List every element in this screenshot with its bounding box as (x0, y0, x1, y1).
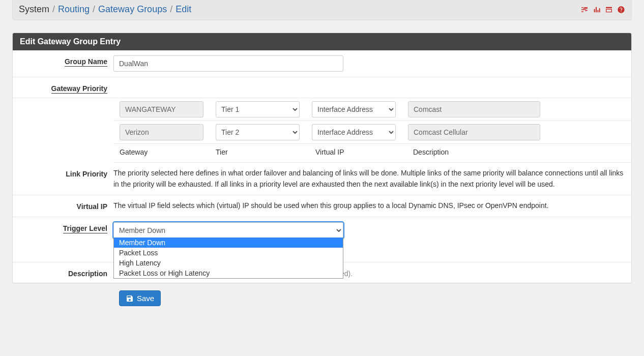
col-header-gateway: Gateway (120, 148, 216, 156)
help-link-priority: The priority selected here defines in wh… (113, 168, 625, 190)
gateway-priority-body: Tier 1 Interface Address (13, 98, 631, 163)
row-virtual-ip: Virtual IP The virtual IP field selects … (13, 195, 631, 217)
col-header-description: Description (413, 148, 625, 156)
col-header-tier: Tier (216, 148, 315, 156)
edit-gateway-group-panel: Edit Gateway Group Entry Group Name Gate… (12, 33, 632, 283)
top-action-icons (580, 6, 625, 14)
breadcrumb-routing[interactable]: Routing (58, 4, 90, 15)
trigger-level-select[interactable]: Member Down (113, 222, 343, 239)
label-trigger-level: Trigger Level (63, 224, 107, 233)
row-link-priority: Link Priority The priority selected here… (13, 163, 631, 195)
panel-title: Edit Gateway Group Entry (13, 33, 631, 50)
label-description: Description (68, 270, 107, 278)
label-virtual-ip: Virtual IP (77, 202, 107, 211)
help-icon[interactable] (617, 6, 625, 14)
row-group-name: Group Name (13, 50, 631, 77)
gateway-description-field (408, 101, 540, 117)
group-name-input[interactable] (113, 55, 343, 72)
tier-select[interactable]: Tier 1 (216, 101, 300, 117)
breadcrumb: System / Routing / Gateway Groups / Edit (19, 4, 191, 15)
row-trigger-level: Trigger Level Member Down Member Down Pa… (13, 217, 631, 262)
gateway-row: Tier 2 Interface Address (113, 121, 631, 144)
breadcrumb-bar: System / Routing / Gateway Groups / Edit (12, 0, 632, 20)
help-virtual-ip: The virtual IP field selects which (virt… (113, 200, 625, 212)
virtual-ip-select[interactable]: Interface Address (312, 101, 396, 117)
trigger-level-select-wrap: Member Down Member Down Packet Loss High… (113, 222, 343, 239)
breadcrumb-gateway-groups[interactable]: Gateway Groups (98, 4, 167, 15)
breadcrumb-edit[interactable]: Edit (175, 4, 191, 15)
trigger-option-high-latency[interactable]: High Latency (114, 258, 343, 268)
virtual-ip-select[interactable]: Interface Address (312, 124, 396, 140)
label-gateway-priority: Gateway Priority (51, 84, 108, 94)
breadcrumb-separator: / (52, 4, 55, 15)
label-link-priority: Link Priority (66, 170, 107, 178)
col-header-virtual-ip: Virtual IP (315, 148, 413, 156)
trigger-level-dropdown: Member Down Packet Loss High Latency Pac… (113, 238, 343, 279)
trigger-option-member-down[interactable]: Member Down (114, 238, 343, 248)
gateway-name-field (120, 124, 203, 140)
gateway-description-field (408, 124, 540, 140)
row-gateway-priority-label: Gateway Priority (13, 77, 631, 98)
sliders-icon[interactable] (580, 6, 589, 14)
save-button[interactable]: Save (119, 290, 161, 306)
trigger-option-packet-loss[interactable]: Packet Loss (114, 248, 343, 258)
gateway-row: Tier 1 Interface Address (113, 98, 631, 121)
label-group-name: Group Name (65, 57, 107, 67)
log-icon[interactable] (605, 6, 613, 14)
breadcrumb-separator: / (170, 4, 172, 15)
tier-select[interactable]: Tier 2 (216, 124, 300, 140)
save-button-label: Save (137, 294, 154, 303)
gateway-name-field (120, 101, 203, 117)
breadcrumb-separator: / (93, 4, 95, 15)
save-icon (126, 294, 134, 303)
breadcrumb-system[interactable]: System (19, 4, 49, 15)
bar-chart-icon[interactable] (593, 6, 601, 14)
save-row: Save (12, 283, 632, 306)
trigger-option-packet-loss-or-high-latency[interactable]: Packet Loss or High Latency (114, 268, 343, 278)
gateway-column-headers: Gateway Tier Virtual IP Description (113, 144, 631, 163)
